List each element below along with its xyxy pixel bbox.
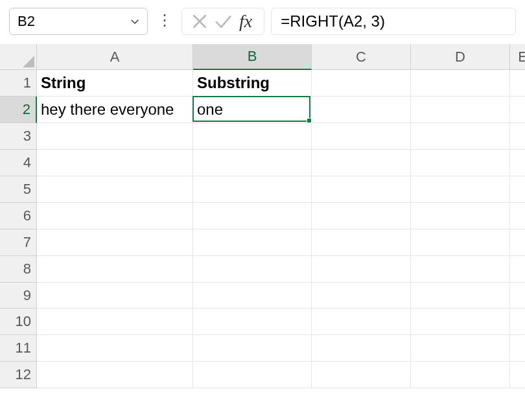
cell-E2[interactable]	[510, 97, 525, 123]
cell-E10[interactable]	[510, 309, 525, 335]
cell-B8[interactable]	[193, 256, 312, 283]
cell-value: hey there everyone	[41, 100, 174, 119]
row-header-12[interactable]: 12	[0, 362, 37, 388]
row-header-5[interactable]: 5	[0, 176, 37, 203]
col-header-A[interactable]: A	[37, 44, 193, 70]
cell-E6[interactable]	[510, 203, 525, 229]
cell-E8[interactable]	[510, 256, 525, 283]
cell-A12[interactable]	[37, 362, 193, 388]
cell-C3[interactable]	[312, 123, 411, 150]
cell-B1[interactable]: Substring	[193, 70, 312, 97]
row-header-2[interactable]: 2	[0, 97, 37, 123]
check-icon[interactable]	[213, 12, 233, 31]
cell-D12[interactable]	[411, 362, 510, 388]
row-header-6[interactable]: 6	[0, 203, 37, 229]
cell-B5[interactable]	[193, 176, 312, 203]
cell-D11[interactable]	[411, 335, 510, 362]
cell-C1[interactable]	[312, 70, 411, 97]
row-header-10[interactable]: 10	[0, 309, 37, 335]
cell-B2[interactable]: one	[193, 97, 312, 123]
cell-A10[interactable]	[37, 309, 193, 335]
cell-E5[interactable]	[510, 176, 525, 203]
cell-B7[interactable]	[193, 229, 312, 256]
cell-E3[interactable]	[510, 123, 525, 150]
col-header-C[interactable]: C	[312, 44, 411, 70]
cell-D6[interactable]	[411, 203, 510, 229]
formula-value: =RIGHT(A2, 3)	[281, 12, 385, 30]
cell-E4[interactable]	[510, 150, 525, 176]
formula-bar: B2 ⋮ fx =RIGHT(A2, 3)	[0, 0, 525, 44]
name-box[interactable]: B2	[9, 8, 148, 35]
cell-A3[interactable]	[37, 123, 193, 150]
name-box-value: B2	[18, 13, 129, 30]
select-all-corner[interactable]	[0, 44, 37, 70]
cell-B6[interactable]	[193, 203, 312, 229]
cell-C6[interactable]	[312, 203, 411, 229]
cell-B3[interactable]	[193, 123, 312, 150]
cell-A2[interactable]: hey there everyone	[37, 97, 193, 123]
cell-E1[interactable]	[510, 70, 525, 97]
cell-A9[interactable]	[37, 283, 193, 309]
cell-E7[interactable]	[510, 229, 525, 256]
cell-A7[interactable]	[37, 229, 193, 256]
row-header-11[interactable]: 11	[0, 335, 37, 362]
cell-B12[interactable]	[193, 362, 312, 388]
row-header-7[interactable]: 7	[0, 229, 37, 256]
cell-value: String	[41, 74, 86, 92]
row-header-8[interactable]: 8	[0, 256, 37, 283]
cell-C12[interactable]	[312, 362, 411, 388]
col-header-D[interactable]: D	[411, 44, 510, 70]
cell-C10[interactable]	[312, 309, 411, 335]
cell-A4[interactable]	[37, 150, 193, 176]
row-header-4[interactable]: 4	[0, 150, 37, 176]
cell-C11[interactable]	[312, 335, 411, 362]
cancel-icon[interactable]	[190, 12, 209, 31]
cell-C8[interactable]	[312, 256, 411, 283]
cell-D3[interactable]	[411, 123, 510, 150]
cell-A8[interactable]	[37, 256, 193, 283]
cell-E12[interactable]	[510, 362, 525, 388]
row-header-3[interactable]: 3	[0, 123, 37, 150]
cell-C9[interactable]	[312, 283, 411, 309]
cell-C5[interactable]	[312, 176, 411, 203]
formula-bar-buttons: fx	[181, 8, 264, 35]
cell-value: Substring	[197, 74, 270, 92]
cell-D10[interactable]	[411, 309, 510, 335]
cell-D9[interactable]	[411, 283, 510, 309]
cell-B4[interactable]	[193, 150, 312, 176]
col-header-E[interactable]: E	[510, 44, 525, 70]
cell-D4[interactable]	[411, 150, 510, 176]
cell-B10[interactable]	[193, 309, 312, 335]
col-header-B[interactable]: B	[193, 44, 312, 70]
formula-input[interactable]: =RIGHT(A2, 3)	[271, 8, 516, 35]
cell-A1[interactable]: String	[37, 70, 193, 97]
row-header-1[interactable]: 1	[0, 70, 37, 97]
cell-D7[interactable]	[411, 229, 510, 256]
cell-D2[interactable]	[411, 97, 510, 123]
cell-C7[interactable]	[312, 229, 411, 256]
cell-A6[interactable]	[37, 203, 193, 229]
cell-A5[interactable]	[37, 176, 193, 203]
cell-E9[interactable]	[510, 283, 525, 309]
chevron-down-icon[interactable]	[129, 16, 141, 27]
cell-D8[interactable]	[411, 256, 510, 283]
cell-B9[interactable]	[193, 283, 312, 309]
cell-D5[interactable]	[411, 176, 510, 203]
cell-B11[interactable]	[193, 335, 312, 362]
cell-A11[interactable]	[37, 335, 193, 362]
fx-icon[interactable]: fx	[237, 11, 256, 32]
cell-C2[interactable]	[312, 97, 411, 123]
cell-D1[interactable]	[411, 70, 510, 97]
cell-E11[interactable]	[510, 335, 525, 362]
row-header-9[interactable]: 9	[0, 283, 37, 309]
cell-C4[interactable]	[312, 150, 411, 176]
more-icon[interactable]: ⋮	[154, 12, 175, 28]
cell-value: one	[197, 100, 223, 119]
